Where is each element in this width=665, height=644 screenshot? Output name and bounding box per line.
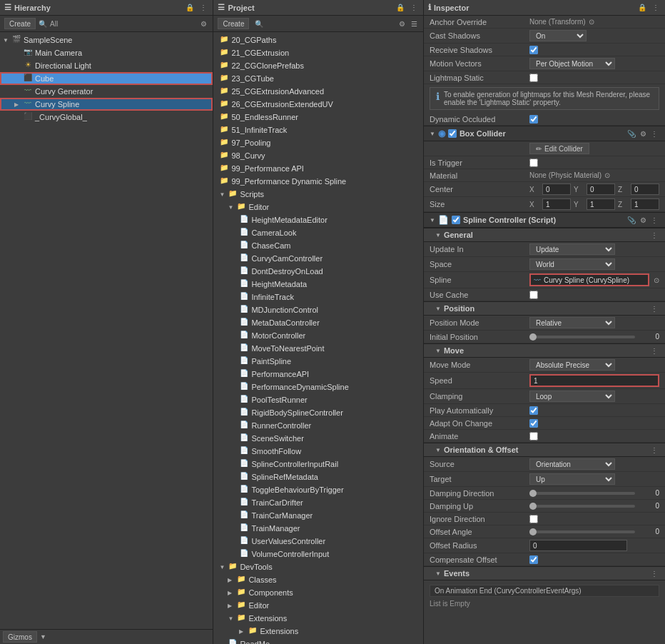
center-z-input[interactable] [631, 183, 659, 195]
damping-up-track[interactable] [529, 505, 635, 508]
move-menu-btn[interactable]: ⋮ [649, 347, 659, 355]
project-item-perfapi[interactable]: 📄 PerformanceAPI [213, 368, 423, 381]
project-settings-btn[interactable]: ⚙ [397, 20, 407, 28]
project-item-pooltestrunner[interactable]: 📄 PoolTestRunner [213, 393, 423, 406]
splinectrl-enabled-checkbox[interactable] [452, 216, 460, 224]
project-item-25cgext[interactable]: 📁 25_CGExtrusionAdvanced [213, 85, 423, 98]
hierarchy-item-curvyspline[interactable]: ▶ 〰 Curvy Spline [0, 98, 213, 111]
project-item-rigidbody[interactable]: 📄 RigidBodySplineController [213, 406, 423, 419]
project-item-editor[interactable]: ▼ 📁 Editor [213, 201, 423, 213]
hierarchy-item-cube[interactable]: ⬛ Cube [0, 72, 213, 85]
hierarchy-item-samplescene[interactable]: ▼ 🎬 SampleScene [0, 34, 213, 46]
space-dropdown[interactable]: World [529, 258, 615, 270]
hierarchy-lock-btn[interactable]: 🔒 [184, 4, 196, 11]
project-item-infinitetrack[interactable]: 📄 InfiniteTrack [213, 291, 423, 303]
project-item-22cgcloneprefabs[interactable]: 📁 22_CGClonePrefabs [213, 59, 423, 72]
hierarchy-item-curvygenerator[interactable]: 〰 Curvy Generator [0, 85, 213, 98]
offset-angle-track[interactable] [529, 530, 635, 533]
size-y-input[interactable] [587, 198, 615, 210]
project-item-21cgextrusion[interactable]: 📁 21_CGExtrusion [213, 46, 423, 59]
project-item-curvycam[interactable]: 📄 CurvyCamController [213, 252, 423, 265]
project-item-volumectrl[interactable]: 📄 VolumeControllerInput [213, 548, 423, 560]
target-dropdown[interactable]: Up [529, 473, 615, 485]
orientation-menu-btn[interactable]: ⋮ [649, 446, 659, 454]
project-item-20cgpaths[interactable]: 📁 20_CGPaths [213, 34, 423, 46]
lightmap-static-checkbox[interactable] [529, 74, 538, 82]
project-item-motorctrl[interactable]: 📄 MotorController [213, 329, 423, 342]
project-item-heightmeta2[interactable]: 📄 HeightMetadata [213, 278, 423, 291]
project-item-metadatactrl[interactable]: 📄 MetaDataController [213, 316, 423, 329]
damping-dir-track[interactable] [529, 492, 635, 495]
boxcollider-ref-btn[interactable]: 📎 [626, 130, 637, 138]
motion-vectors-dropdown[interactable]: Per Object Motion [529, 58, 615, 69]
hierarchy-item-curvyglobal[interactable]: ⬛ _CurvyGlobal_ [0, 111, 213, 124]
play-auto-checkbox[interactable] [529, 406, 538, 415]
project-lock-btn[interactable]: 🔒 [395, 4, 406, 11]
speed-field[interactable]: 1 [529, 374, 659, 387]
project-item-26cgexteuv[interactable]: 📁 26_CGExtrusionExtendedUV [213, 98, 423, 111]
adapt-on-change-checkbox[interactable] [529, 419, 538, 428]
project-item-sceneswitcher[interactable]: 📄 SceneSwitcher [213, 432, 423, 445]
project-item-splinectrl[interactable]: 📄 SplineControllerInputRail [213, 458, 423, 471]
boxcollider-settings-btn[interactable]: ⚙ [639, 130, 648, 138]
project-item-50endless[interactable]: 📁 50_EndlessRunner [213, 111, 423, 124]
project-item-trainman[interactable]: 📄 TrainManager [213, 522, 423, 535]
project-item-runner[interactable]: 📄 RunnerController [213, 419, 423, 432]
project-item-99perf[interactable]: 📁 99_Performance API [213, 162, 423, 175]
project-item-97pooling[interactable]: 📁 97_Pooling [213, 136, 423, 149]
project-item-98curvy[interactable]: 📁 98_Curvy [213, 149, 423, 162]
source-dropdown[interactable]: Orientation [529, 458, 615, 470]
project-item-paintspline[interactable]: 📄 PaintSpline [213, 355, 423, 368]
center-y-input[interactable] [587, 183, 615, 195]
initial-position-track[interactable] [529, 336, 635, 338]
splinectrl-ref-btn[interactable]: 📎 [626, 216, 637, 224]
project-item-23cgtube[interactable]: 📁 23_CGTube [213, 72, 423, 85]
project-item-scripts[interactable]: ▼ 📁 Scripts [213, 188, 423, 201]
project-item-togglebeh[interactable]: 📄 ToggleBehaviourByTrigger [213, 483, 423, 496]
hierarchy-menu-btn[interactable]: ⋮ [198, 4, 208, 11]
dynamic-occluded-checkbox[interactable] [529, 115, 538, 124]
project-item-heightmeta[interactable]: 📄 HeightMetadataEditor [213, 213, 423, 226]
hierarchy-item-maincamera[interactable]: 📷 Main Camera [0, 46, 213, 59]
hierarchy-settings-btn[interactable]: ⚙ [199, 20, 208, 28]
project-item-smoothfollow[interactable]: 📄 SmoothFollow [213, 445, 423, 458]
boxcollider-enabled-checkbox[interactable] [448, 129, 457, 138]
project-item-splineref[interactable]: 📄 SplineRefMetadata [213, 471, 423, 483]
project-item-editor2[interactable]: ▶ 📁 Editor [213, 599, 423, 612]
center-x-input[interactable] [542, 183, 571, 195]
move-mode-dropdown[interactable]: Absolute Precise [529, 359, 615, 371]
events-menu-btn[interactable]: ⋮ [649, 570, 659, 578]
project-menu-btn[interactable]: ⋮ [409, 4, 419, 11]
position-menu-btn[interactable]: ⋮ [649, 305, 659, 313]
project-item-uservalues[interactable]: 📄 UserValuesController [213, 535, 423, 548]
position-mode-dropdown[interactable]: Relative [529, 317, 615, 328]
splinectrl-menu-btn[interactable]: ⋮ [649, 216, 659, 224]
animate-checkbox[interactable] [529, 432, 538, 441]
use-cache-checkbox[interactable] [529, 291, 538, 299]
splinectrl-settings-btn[interactable]: ⚙ [639, 216, 648, 224]
inspector-menu-btn[interactable]: ⋮ [651, 4, 661, 11]
project-item-classes[interactable]: ▶ 📁 Classes [213, 573, 423, 586]
project-item-extensions[interactable]: ▼ 📁 Extensions [213, 612, 423, 625]
project-item-cameralook[interactable]: 📄 CameraLook [213, 226, 423, 239]
offset-radius-input[interactable] [529, 540, 627, 551]
edit-collider-btn[interactable]: ✏ Edit Collider [529, 143, 589, 154]
update-in-dropdown[interactable]: Update [529, 243, 615, 255]
hierarchy-item-directionallight[interactable]: ☀ Directional Light [0, 59, 213, 72]
project-item-99perfdyn[interactable]: 📁 99_Performance Dynamic Spline [213, 175, 423, 188]
project-item-extensions2[interactable]: ▶ 📁 Extensions [213, 625, 423, 638]
project-item-traincar[interactable]: 📄 TrainCarDrifter [213, 496, 423, 509]
inspector-lock-btn[interactable]: 🔒 [636, 4, 648, 11]
compensate-offset-checkbox[interactable] [529, 555, 538, 564]
project-create-btn[interactable]: Create [218, 18, 249, 29]
project-item-movetonearest[interactable]: 📄 MoveToNearestPoint [213, 342, 423, 355]
project-view-btn[interactable]: ☰ [410, 20, 419, 28]
project-item-51infinite[interactable]: 📁 51_InfiniteTrack [213, 124, 423, 136]
hierarchy-create-btn[interactable]: Create [4, 18, 36, 29]
project-item-perfdyn[interactable]: 📄 PerformanceDynamicSpline [213, 381, 423, 393]
project-item-devtools[interactable]: ▼ 📁 DevTools [213, 560, 423, 573]
project-item-components[interactable]: ▶ 📁 Components [213, 586, 423, 599]
project-item-readme[interactable]: 📄 ReadMe [213, 638, 423, 644]
project-item-dontdestroy[interactable]: 📄 DontDestroyOnLoad [213, 265, 423, 278]
gizmos-btn[interactable]: Gizmos [3, 631, 37, 643]
